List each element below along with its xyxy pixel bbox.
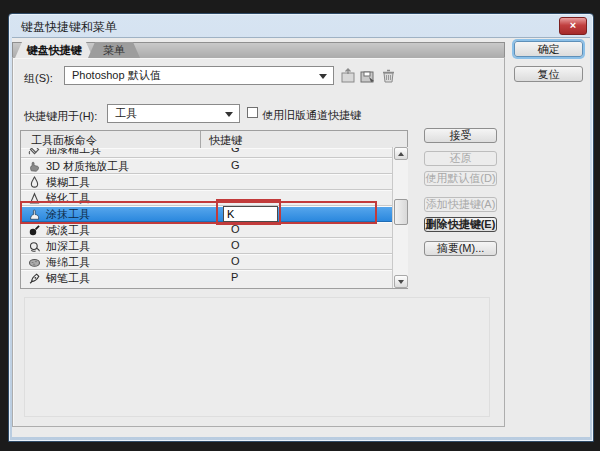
- tool-name: 钢笔工具: [46, 271, 90, 286]
- column-divider: [200, 131, 201, 148]
- burn-icon: [28, 239, 41, 252]
- shortcut-value: G: [231, 159, 240, 171]
- delete-shortcut-button[interactable]: 删除快捷键(E): [424, 217, 497, 232]
- shortcuts-for-label: 快捷键用于(H):: [24, 109, 97, 124]
- table-row[interactable]: 锐化工具: [21, 190, 392, 206]
- instruction-panel: [24, 297, 490, 417]
- tool-name: 3D 材质拖放工具: [46, 159, 129, 174]
- set-dropdown-value: Photoshop 默认值: [72, 69, 161, 81]
- ok-button[interactable]: 确定: [514, 41, 583, 57]
- table-scrollbar[interactable]: [392, 147, 408, 288]
- summary-button[interactable]: 摘要(M)...: [424, 241, 497, 256]
- close-icon: ×: [570, 19, 576, 31]
- table-row[interactable]: 海绵工具 O: [21, 254, 392, 270]
- title-bar[interactable]: 键盘快捷键和菜单 ×: [9, 14, 593, 37]
- scroll-down-button[interactable]: [394, 275, 408, 288]
- arrow-down-icon: [398, 280, 404, 284]
- set-dropdown[interactable]: Photoshop 默认值: [64, 66, 334, 85]
- set-label: 组(S):: [24, 71, 53, 86]
- shortcuts-for-dropdown[interactable]: 工具: [107, 104, 240, 123]
- accept-button[interactable]: 接受: [424, 128, 497, 143]
- legacy-channel-checkbox[interactable]: [247, 107, 258, 118]
- shortcut-edit-input[interactable]: [223, 206, 278, 222]
- table-row[interactable]: 钢笔工具 P: [21, 270, 392, 286]
- tab-keyboard-shortcuts[interactable]: 键盘快捷键: [15, 42, 93, 58]
- scrollbar-thumb[interactable]: [394, 199, 408, 225]
- table-row[interactable]: 油漆桶工具 G: [21, 148, 392, 158]
- save-set-icon[interactable]: [359, 68, 376, 84]
- screenshot-stage: 键盘快捷键和菜单 × 键盘快捷键 菜单 组(S): Photoshop 默认值 …: [0, 0, 600, 451]
- reset-button[interactable]: 复位: [514, 66, 583, 82]
- shortcut-value: O: [231, 255, 240, 267]
- undo-button[interactable]: 还原: [424, 151, 497, 166]
- shortcut-value: O: [231, 239, 240, 251]
- table-row[interactable]: 模糊工具: [21, 174, 392, 190]
- smudge-icon: [28, 207, 41, 220]
- scroll-up-button[interactable]: [394, 147, 408, 160]
- tool-name: 减淡工具: [46, 223, 90, 238]
- use-default-button[interactable]: 使用默认值(D): [424, 171, 497, 186]
- tool-name: 海绵工具: [46, 255, 90, 270]
- add-shortcut-button[interactable]: 添加快捷键(A): [424, 197, 497, 212]
- 3d-material-drop-icon: [28, 159, 41, 172]
- shortcuts-for-value: 工具: [115, 107, 137, 119]
- close-button[interactable]: ×: [559, 17, 587, 35]
- tab-menus[interactable]: 菜单: [88, 42, 140, 58]
- tool-name: 锐化工具: [46, 191, 90, 206]
- shortcut-table: 工具面板命令 快捷键 油漆桶工具 G 3D 材质拖放工具 G: [20, 130, 408, 289]
- tool-name: 加深工具: [46, 239, 90, 254]
- delete-set-icon[interactable]: [380, 68, 397, 84]
- tool-name: 油漆桶工具: [46, 148, 101, 157]
- sharpen-icon: [28, 191, 41, 204]
- shortcut-value: P: [231, 271, 238, 283]
- paint-bucket-icon: [28, 148, 41, 155]
- column-shortcut: 快捷键: [209, 133, 242, 148]
- table-row[interactable]: 3D 材质拖放工具 G: [21, 158, 392, 174]
- tool-name: 模糊工具: [46, 175, 90, 190]
- dodge-icon: [28, 223, 41, 236]
- shortcut-value: G: [231, 148, 240, 154]
- table-row[interactable]: 加深工具 O: [21, 238, 392, 254]
- chevron-down-icon: [319, 74, 327, 79]
- shortcut-value: O: [231, 223, 240, 235]
- tool-name: 涂抹工具: [46, 207, 90, 222]
- table-row-selected[interactable]: 涂抹工具: [21, 206, 392, 222]
- sponge-icon: [28, 255, 41, 268]
- window-title: 键盘快捷键和菜单: [21, 19, 117, 36]
- column-command: 工具面板命令: [31, 133, 97, 148]
- legacy-channel-label: 使用旧版通道快捷键: [262, 108, 361, 123]
- blur-icon: [28, 175, 41, 188]
- new-set-icon[interactable]: [340, 68, 357, 84]
- table-header: 工具面板命令 快捷键: [21, 131, 407, 149]
- tab-row: 键盘快捷键 菜单: [12, 42, 503, 58]
- table-row[interactable]: 减淡工具 O: [21, 222, 392, 238]
- chevron-down-icon: [225, 112, 233, 117]
- pen-icon: [28, 271, 41, 284]
- arrow-up-icon: [398, 152, 404, 156]
